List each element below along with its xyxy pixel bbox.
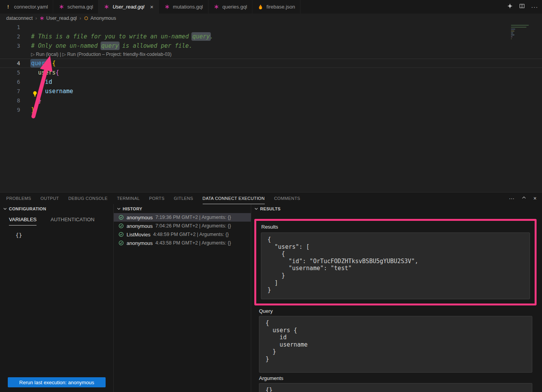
panel-close-icon[interactable]: × <box>533 195 537 201</box>
history-meta: 4:43:58 PM GMT+2 | Arguments: {} <box>155 240 231 246</box>
open-brace: { <box>56 69 59 76</box>
tab-mutations-gql[interactable]: mutations.gql <box>159 0 208 14</box>
code-line-5[interactable]: 5 users{ <box>0 68 542 77</box>
history-header[interactable]: HISTORY <box>114 204 251 213</box>
breadcrumb-symbol[interactable]: Anonymous <box>84 16 116 21</box>
arguments-output[interactable]: {} <box>259 383 532 392</box>
panel-tab-data-connect-execution[interactable]: DATA CONNECT EXECUTION <box>203 193 265 204</box>
code-line-2[interactable]: 2 # This is a file for you to write an u… <box>0 32 542 41</box>
history-item[interactable]: anonymous 7:19:36 PM GMT+2 | Arguments: … <box>114 213 251 222</box>
tab-label: queries.gql <box>222 4 247 10</box>
split-editor-icon[interactable] <box>519 3 525 10</box>
indent <box>31 69 38 76</box>
chevron-down-icon <box>254 206 259 212</box>
line-number: 9 <box>0 105 20 114</box>
sparkle-icon[interactable] <box>507 3 513 10</box>
query-output[interactable]: { users { id username } } <box>259 316 532 373</box>
annotation-highlight-box: Results { "users": [ { "id": "OrTucFODZH… <box>254 219 537 305</box>
run-local-link[interactable]: ▷ Run (local) <box>31 52 59 57</box>
panel-tab-comments[interactable]: COMMENTS <box>274 193 300 204</box>
breadcrumb-folder[interactable]: dataconnect <box>6 16 33 21</box>
configuration-header[interactable]: CONFIGURATION <box>0 204 113 213</box>
tab-authentication[interactable]: AUTHENTICATION <box>50 217 94 225</box>
history-item[interactable]: anonymous 7:04:26 PM GMT+2 | Arguments: … <box>114 222 251 230</box>
panel-tab-problems[interactable]: PROBLEMS <box>6 193 31 204</box>
history-meta: 7:19:36 PM GMT+2 | Arguments: {} <box>155 215 231 220</box>
line-number: 4 <box>0 59 20 68</box>
tab-user-read-gql[interactable]: User_read.gql × <box>99 0 159 14</box>
tab-label: firebase.json <box>266 4 295 10</box>
breadcrumb-file[interactable]: User_read.gql <box>40 16 77 21</box>
code-line-8[interactable]: 8 } <box>0 96 542 105</box>
panel-actions: ··· × <box>509 193 537 204</box>
results-label: Results <box>261 224 532 230</box>
panel-tab-gitlens[interactable]: GITLENS <box>174 193 193 204</box>
tab-label: schema.gql <box>67 4 93 10</box>
history-name: anonymous <box>127 240 153 246</box>
history-name: anonymous <box>127 223 153 229</box>
check-circle-icon <box>118 215 124 220</box>
graphql-file-icon <box>40 16 44 21</box>
line-number: 3 <box>0 41 20 50</box>
panel-more-icon[interactable]: ··· <box>509 195 514 201</box>
tab-label: User_read.gql <box>113 4 144 10</box>
tab-firebase-json[interactable]: firebase.json <box>252 0 301 14</box>
code-line-7[interactable]: 7 username <box>0 87 542 96</box>
history-section: HISTORY anonymous 7:19:36 PM GMT+2 | Arg… <box>114 204 251 392</box>
panel-tab-terminal[interactable]: TERMINAL <box>117 193 140 204</box>
yaml-warning-icon: ! <box>5 4 11 10</box>
panel-tab-debug-console[interactable]: DEBUG CONSOLE <box>68 193 108 204</box>
tab-queries-gql[interactable]: queries.gql <box>208 0 253 14</box>
history-meta: 7:04:26 PM GMT+2 | Arguments: {} <box>155 223 231 229</box>
configuration-tabs: VARIABLES AUTHENTICATION <box>0 217 113 225</box>
line-number: 6 <box>0 77 20 87</box>
rerun-last-execution-button[interactable]: Rerun last execution: anonymous <box>8 377 106 387</box>
graphql-file-icon <box>58 4 64 9</box>
close-brace: } <box>31 106 35 113</box>
history-item[interactable]: anonymous 4:43:58 PM GMT+2 | Arguments: … <box>114 239 251 247</box>
comment-text: . <box>210 33 214 40</box>
breadcrumb: dataconnect › User_read.gql › Anonymous <box>0 14 542 23</box>
variables-value[interactable]: {} <box>16 232 113 238</box>
close-tab-icon[interactable]: × <box>150 4 154 10</box>
graphql-file-icon <box>164 4 170 9</box>
code-line-6[interactable]: 6 id <box>0 77 542 87</box>
check-circle-icon <box>118 232 124 237</box>
run-production-link[interactable]: ▷ Run (Production – Project: friendly-fl… <box>62 52 171 57</box>
results-output[interactable]: { "users": [ { "id": "OrTucFODZHTksvBSBU… <box>261 232 530 299</box>
panel-maximize-icon[interactable] <box>521 195 526 201</box>
minimap[interactable] <box>511 25 534 40</box>
line-number: 5 <box>0 68 20 77</box>
panel-tab-ports[interactable]: PORTS <box>149 193 165 204</box>
code-line-4[interactable]: 4 query { <box>0 59 542 68</box>
code-line-3[interactable]: 3 # Only one un-named query is allowed p… <box>0 41 542 50</box>
comment-text: # This is a file for you to write an un-… <box>31 33 192 40</box>
tab-label: connector.yaml <box>14 4 48 10</box>
more-actions-icon[interactable]: ··· <box>531 3 538 10</box>
chevron-down-icon <box>2 206 8 212</box>
firebase-flame-icon <box>257 4 264 10</box>
line-number: 1 <box>0 23 20 32</box>
comment-text: is allowed per file. <box>119 42 193 49</box>
panel-tab-output[interactable]: OUTPUT <box>40 193 59 204</box>
breadcrumb-separator: › <box>80 16 81 21</box>
tab-schema-gql[interactable]: schema.gql <box>53 0 98 14</box>
breadcrumb-separator: › <box>35 16 37 21</box>
open-brace: { <box>52 60 56 67</box>
history-name: ListMovies <box>127 232 150 238</box>
highlighted-word: query <box>192 33 210 40</box>
results-header[interactable]: RESULTS <box>251 204 542 213</box>
code-line-1[interactable]: 1 <box>0 23 542 32</box>
query-label: Query <box>259 308 542 314</box>
code-line-9[interactable]: 9 } <box>0 105 542 114</box>
history-item[interactable]: ListMovies 4:48:59 PM GMT+2 | Arguments:… <box>114 230 251 239</box>
tab-connector-yaml[interactable]: ! connector.yaml <box>0 0 53 14</box>
configuration-section: CONFIGURATION VARIABLES AUTHENTICATION {… <box>0 204 114 392</box>
tab-label: mutations.gql <box>173 4 203 10</box>
check-circle-icon <box>118 240 124 246</box>
graphql-file-icon <box>214 4 220 9</box>
panel-tab-bar: PROBLEMS OUTPUT DEBUG CONSOLE TERMINAL P… <box>0 193 542 204</box>
tab-variables[interactable]: VARIABLES <box>9 217 36 225</box>
lightbulb-icon[interactable] <box>32 91 38 98</box>
code-editor[interactable]: 1 2 # This is a file for you to write an… <box>0 23 542 192</box>
